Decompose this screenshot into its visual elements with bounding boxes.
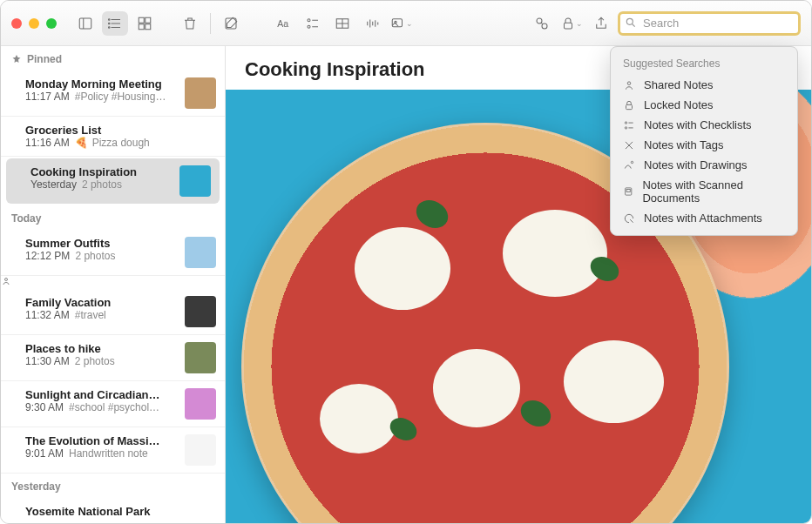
note-item-title: The Evolution of Massi… bbox=[25, 434, 178, 447]
suggestion-label: Notes with Attachments bbox=[644, 212, 762, 225]
note-thumbnail bbox=[185, 237, 216, 268]
svg-point-28 bbox=[537, 18, 542, 24]
link-button[interactable] bbox=[529, 11, 555, 36]
suggestion-label: Locked Notes bbox=[644, 98, 714, 111]
suggested-search-item[interactable]: Notes with Scanned Documents bbox=[611, 175, 797, 208]
search-input[interactable] bbox=[618, 11, 801, 36]
note-thumbnail bbox=[179, 165, 211, 197]
note-list-item[interactable]: Cooking Inspiration Yesterday2 photos bbox=[6, 158, 220, 204]
notes-sidebar[interactable]: Pinned Monday Morning Meeting 11:17 AM#P… bbox=[1, 46, 226, 523]
suggestion-label: Notes with Drawings bbox=[644, 158, 748, 171]
toolbar-divider bbox=[210, 13, 211, 34]
svg-text:Aa: Aa bbox=[277, 17, 288, 28]
suggestion-icon bbox=[623, 119, 635, 131]
note-list-item[interactable]: Family Vacation 11:32 AM#travel bbox=[1, 289, 225, 335]
note-list-item[interactable]: Yosemite National Park bbox=[1, 498, 225, 523]
svg-rect-0 bbox=[79, 18, 91, 29]
svg-point-5 bbox=[109, 18, 111, 20]
suggestion-icon bbox=[623, 212, 635, 225]
list-view-button[interactable] bbox=[102, 11, 128, 36]
note-item-time: Yesterday bbox=[30, 178, 77, 191]
svg-rect-8 bbox=[139, 17, 144, 23]
svg-line-30 bbox=[541, 23, 543, 24]
yesterday-label: Yesterday bbox=[11, 480, 61, 493]
note-thumbnail bbox=[185, 296, 216, 327]
suggestion-icon bbox=[623, 139, 635, 151]
new-note-button[interactable] bbox=[218, 11, 244, 36]
pinned-section-header: Pinned bbox=[1, 46, 225, 71]
note-item-meta: #travel bbox=[75, 309, 106, 321]
window-controls bbox=[11, 18, 57, 29]
svg-rect-10 bbox=[139, 24, 144, 29]
note-thumbnail bbox=[185, 388, 216, 420]
svg-point-7 bbox=[109, 26, 111, 28]
note-item-time: 11:30 AM bbox=[25, 355, 70, 367]
format-button[interactable]: Aa bbox=[270, 11, 296, 36]
audio-button[interactable] bbox=[359, 11, 385, 36]
svg-rect-11 bbox=[145, 24, 151, 29]
note-list-item[interactable]: Groceries List 11:16 AM🍕Pizza dough bbox=[1, 117, 225, 157]
note-thumbnail bbox=[185, 434, 216, 466]
note-item-meta: 2 photos bbox=[75, 250, 115, 262]
suggestion-icon bbox=[623, 185, 633, 198]
note-item-time: 12:12 PM bbox=[25, 250, 70, 262]
suggestion-label: Notes with Scanned Documents bbox=[642, 178, 785, 205]
note-item-title: Groceries List bbox=[25, 124, 216, 137]
suggested-search-item[interactable]: Shared Notes bbox=[611, 75, 797, 95]
svg-rect-31 bbox=[565, 23, 572, 29]
note-item-time: 11:17 AM bbox=[25, 91, 70, 103]
close-window-button[interactable] bbox=[11, 18, 22, 29]
svg-point-43 bbox=[631, 161, 633, 163]
note-list-item[interactable]: Places to hike 11:30 AM2 photos bbox=[1, 335, 225, 381]
note-item-time: 9:30 AM bbox=[25, 401, 64, 413]
svg-point-6 bbox=[109, 23, 111, 24]
note-list-item[interactable]: Monday Morning Meeting 11:17 AM#Policy #… bbox=[1, 71, 225, 117]
search-field[interactable] bbox=[618, 11, 801, 36]
yesterday-section-header: Yesterday bbox=[1, 474, 225, 498]
note-list-item[interactable]: Summer Outfits 12:12 PM2 photos bbox=[1, 230, 225, 276]
checklist-button[interactable] bbox=[300, 11, 326, 36]
share-button[interactable] bbox=[588, 11, 614, 36]
suggestion-icon bbox=[623, 79, 635, 91]
suggested-search-item[interactable]: Notes with Drawings bbox=[611, 155, 797, 175]
note-item-time: 11:32 AM bbox=[25, 309, 70, 321]
note-item-meta: #school #psychol… bbox=[69, 401, 159, 413]
table-button[interactable] bbox=[329, 11, 355, 36]
svg-rect-45 bbox=[626, 189, 630, 191]
lock-button[interactable]: ⌄ bbox=[558, 11, 585, 36]
fullscreen-window-button[interactable] bbox=[46, 18, 57, 29]
suggested-search-item[interactable]: Notes with Tags bbox=[611, 135, 797, 155]
svg-rect-36 bbox=[626, 104, 633, 109]
suggested-search-item[interactable]: Notes with Attachments bbox=[611, 208, 797, 228]
suggestion-icon bbox=[623, 99, 635, 111]
notes-window: { "search": { "placeholder": "Search" },… bbox=[0, 0, 812, 524]
gallery-view-button[interactable] bbox=[132, 11, 158, 36]
svg-point-29 bbox=[542, 24, 547, 29]
note-item-title: Sunlight and Circadian… bbox=[25, 388, 178, 401]
suggested-search-item[interactable]: Locked Notes bbox=[611, 95, 797, 115]
minimize-window-button[interactable] bbox=[29, 18, 39, 29]
toggle-sidebar-button[interactable] bbox=[72, 11, 98, 36]
note-item-meta: Handwritten note bbox=[69, 447, 148, 460]
note-thumbnail bbox=[185, 77, 216, 109]
note-item-meta: #Policy #Housing… bbox=[75, 91, 166, 103]
note-list-item[interactable]: Sunlight and Circadian… 9:30 AM#school #… bbox=[1, 381, 225, 427]
note-list-item[interactable]: The Evolution of Massi… 9:01 AMHandwritt… bbox=[1, 427, 225, 474]
delete-note-button[interactable] bbox=[177, 11, 203, 36]
note-item-time: 9:01 AM bbox=[25, 447, 64, 460]
note-thumbnail bbox=[185, 342, 216, 373]
titlebar: Aa ⌄ ⌄ bbox=[1, 1, 811, 46]
svg-point-39 bbox=[625, 126, 626, 128]
svg-point-14 bbox=[308, 18, 310, 21]
suggested-search-item[interactable]: Notes with Checklists bbox=[611, 115, 797, 135]
svg-rect-9 bbox=[145, 17, 151, 23]
media-button[interactable]: ⌄ bbox=[389, 11, 415, 36]
today-label: Today bbox=[11, 212, 41, 225]
pinned-label: Pinned bbox=[27, 53, 62, 65]
svg-point-35 bbox=[627, 81, 631, 84]
note-item-title: Monday Morning Meeting bbox=[25, 77, 178, 91]
note-item-title: Yosemite National Park bbox=[25, 505, 216, 518]
note-item-title: Family Vacation bbox=[25, 296, 178, 309]
search-icon bbox=[625, 17, 637, 32]
suggestion-label: Shared Notes bbox=[644, 78, 714, 91]
